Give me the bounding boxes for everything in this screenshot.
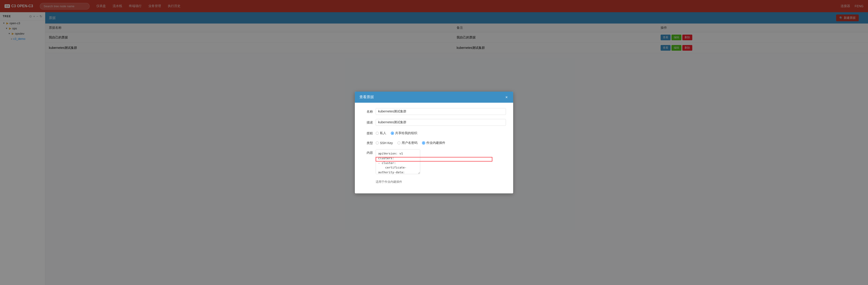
radio-private: [376, 132, 379, 135]
modal-overlay: 查看票据 × 名称 描述 授权 私人: [0, 0, 868, 285]
modal-header: 查看票据 ×: [355, 92, 513, 103]
form-hint-row: 适用于作业内建插件: [362, 179, 506, 184]
auth-option-shared[interactable]: 共享给我的组织: [391, 131, 417, 135]
form-auth-row: 授权 私人 共享给我的组织: [362, 130, 506, 135]
type-radio-group: SSH Key 用户名密码 作业内建插件: [376, 139, 445, 145]
form-type-row: 类型 SSH Key 用户名密码 作业内建插件: [362, 139, 506, 145]
radio-shared: [391, 132, 394, 135]
desc-input[interactable]: [376, 119, 506, 126]
type-option-builtin[interactable]: 作业内建插件: [422, 141, 445, 145]
radio-ssh: [376, 141, 379, 145]
auth-shared-label: 共享给我的组织: [395, 131, 417, 135]
name-input[interactable]: [376, 108, 506, 115]
view-ticket-modal: 查看票据 × 名称 描述 授权 私人: [355, 92, 513, 193]
type-option-userpass[interactable]: 用户名密码: [397, 141, 417, 145]
desc-label: 描述: [362, 119, 376, 125]
auth-radio-group: 私人 共享给我的组织: [376, 130, 417, 135]
modal-close-button[interactable]: ×: [504, 95, 508, 99]
content-label: 内容: [362, 149, 376, 155]
type-builtin-label: 作业内建插件: [426, 141, 445, 145]
radio-userpass: [397, 141, 401, 145]
auth-private-label: 私人: [380, 131, 386, 135]
content-hint: 适用于作业内建插件: [376, 179, 402, 184]
type-userpass-label: 用户名密码: [402, 141, 417, 145]
content-textarea[interactable]: apiVersion: v1 clusters: - cluster: cert…: [376, 149, 420, 174]
form-name-row: 名称: [362, 108, 506, 115]
radio-builtin: [422, 141, 425, 145]
content-wrapper: apiVersion: v1 clusters: - cluster: cert…: [376, 149, 506, 175]
modal-title: 查看票据: [360, 95, 374, 99]
type-ssh-label: SSH Key: [380, 141, 393, 145]
auth-option-private[interactable]: 私人: [376, 131, 386, 135]
auth-label: 授权: [362, 130, 376, 135]
type-option-ssh[interactable]: SSH Key: [376, 141, 393, 145]
modal-body: 名称 描述 授权 私人 共享给我的组织: [355, 103, 513, 193]
name-label: 名称: [362, 108, 376, 114]
form-content-row: 内容 apiVersion: v1 clusters: - cluster: c…: [362, 149, 506, 175]
hint-spacer: [362, 179, 376, 181]
type-label: 类型: [362, 139, 376, 145]
form-desc-row: 描述: [362, 119, 506, 126]
